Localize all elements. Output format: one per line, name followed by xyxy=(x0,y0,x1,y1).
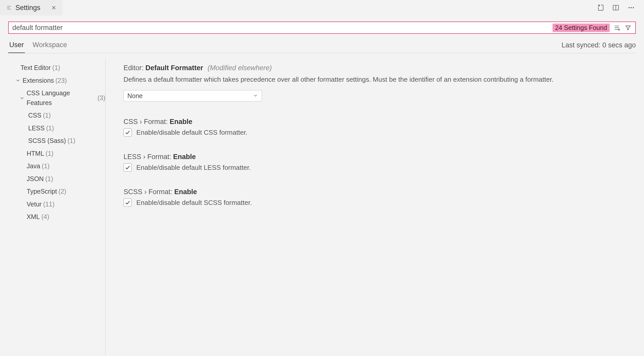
tab-bar-actions xyxy=(595,3,644,13)
setting-name: Default Formatter xyxy=(146,64,203,72)
css-format-enable-checkbox[interactable] xyxy=(124,128,132,137)
tree-xml[interactable]: XML (4) xyxy=(8,211,105,223)
tab-title: Settings xyxy=(15,4,40,12)
setting-name: Enable xyxy=(170,118,192,125)
tree-extensions[interactable]: Extensions (23) xyxy=(8,74,105,87)
tree-label: HTML xyxy=(27,149,44,159)
tree-count: (2) xyxy=(58,187,66,196)
tree-label: CSS xyxy=(28,111,41,120)
tree-text-editor[interactable]: Text Editor (1) xyxy=(8,61,105,74)
setting-title: LESS › Format: Enable xyxy=(124,153,626,161)
tree-label: CSS Language Features xyxy=(27,88,96,108)
tree-html[interactable]: HTML (1) xyxy=(8,147,105,160)
setting-scss-format-enable: SCSS › Format: Enable Enable/disable def… xyxy=(124,188,626,207)
checkbox-row: Enable/disable default LESS formatter. xyxy=(124,163,626,172)
tree-label: Extensions xyxy=(23,76,54,86)
scope-tabs: User Workspace xyxy=(8,41,68,53)
setting-description: Enable/disable default SCSS formatter. xyxy=(136,199,252,207)
tree-label: Text Editor xyxy=(21,63,51,73)
less-format-enable-checkbox[interactable] xyxy=(124,163,132,172)
tree-count: (1) xyxy=(42,161,50,171)
tree-count: (1) xyxy=(43,111,51,120)
svg-point-8 xyxy=(631,7,632,8)
scope-row: User Workspace Last synced: 0 secs ago xyxy=(8,41,636,53)
setting-modified-indicator: (Modified elsewhere) xyxy=(208,64,272,72)
search-row: 24 Settings Found xyxy=(8,22,636,34)
setting-css-format-enable: CSS › Format: Enable Enable/disable defa… xyxy=(124,118,626,137)
more-actions-icon[interactable] xyxy=(626,3,636,13)
settings-tree: Text Editor (1) Extensions (23) CSS Lang… xyxy=(8,59,106,356)
setting-name: Enable xyxy=(174,188,197,196)
tree-css[interactable]: CSS (1) xyxy=(8,109,105,122)
select-value: None xyxy=(127,92,143,100)
filter-icon[interactable] xyxy=(624,24,632,32)
tree-count: (1) xyxy=(46,123,54,133)
settings-content: Editor: Default Formatter (Modified else… xyxy=(106,59,636,356)
setting-description: Defines a default formatter which takes … xyxy=(124,75,626,85)
tab-bar-left: Settings xyxy=(0,0,63,15)
tree-count: (1) xyxy=(45,174,53,184)
tree-count: (1) xyxy=(67,136,75,146)
scope-tab-workspace[interactable]: Workspace xyxy=(32,41,68,53)
default-formatter-select[interactable]: None xyxy=(124,90,262,101)
tree-label: SCSS (Sass) xyxy=(28,136,66,146)
setting-scope: CSS › Format: xyxy=(124,118,170,125)
tree-label: Vetur xyxy=(27,200,42,209)
setting-scope: Editor: xyxy=(124,64,146,72)
scope-tab-user[interactable]: User xyxy=(8,41,25,53)
tree-typescript[interactable]: TypeScript (2) xyxy=(8,185,105,198)
tree-count: (1) xyxy=(46,149,54,159)
setting-description: Enable/disable default CSS formatter. xyxy=(136,129,248,137)
setting-less-format-enable: LESS › Format: Enable Enable/disable def… xyxy=(124,153,626,172)
setting-title: SCSS › Format: Enable xyxy=(124,188,626,196)
tree-count: (11) xyxy=(43,200,54,209)
search-box: 24 Settings Found xyxy=(8,22,636,34)
tree-css-lang-features[interactable]: CSS Language Features (3) xyxy=(8,87,105,109)
setting-title: CSS › Format: Enable xyxy=(124,118,626,126)
tree-vetur[interactable]: Vetur (11) xyxy=(8,198,105,211)
svg-point-7 xyxy=(629,7,630,8)
tab-bar: Settings xyxy=(0,0,644,15)
tree-count: (4) xyxy=(41,212,49,222)
tree-label: JSON xyxy=(27,174,44,184)
setting-description: Enable/disable default LESS formatter. xyxy=(136,164,251,172)
sync-status: Last synced: 0 secs ago xyxy=(561,41,636,53)
tree-scss[interactable]: SCSS (Sass) (1) xyxy=(8,134,105,147)
tree-count: (3) xyxy=(97,93,105,103)
checkbox-row: Enable/disable default SCSS formatter. xyxy=(124,198,626,207)
setting-scope: LESS › Format: xyxy=(124,153,173,161)
scss-format-enable-checkbox[interactable] xyxy=(124,198,132,207)
svg-point-9 xyxy=(633,7,634,8)
search-results-count: 24 Settings Found xyxy=(553,24,610,32)
setting-scope: SCSS › Format: xyxy=(124,188,174,196)
settings-body: Text Editor (1) Extensions (23) CSS Lang… xyxy=(8,59,636,356)
tree-json[interactable]: JSON (1) xyxy=(8,173,105,185)
open-settings-json-icon[interactable] xyxy=(595,3,606,13)
tree-less[interactable]: LESS (1) xyxy=(8,122,105,135)
setting-name: Enable xyxy=(173,153,196,161)
tree-count: (1) xyxy=(52,63,60,73)
search-input[interactable] xyxy=(9,22,553,33)
setting-editor-default-formatter: Editor: Default Formatter (Modified else… xyxy=(124,64,626,101)
clear-search-icon[interactable] xyxy=(613,24,621,32)
tree-label: Java xyxy=(27,161,40,171)
chevron-down-icon xyxy=(253,92,258,100)
settings-preview-icon xyxy=(6,5,12,11)
checkbox-row: Enable/disable default CSS formatter. xyxy=(124,128,626,137)
split-editor-icon[interactable] xyxy=(611,3,621,13)
chevron-down-icon xyxy=(19,96,25,101)
tree-count: (23) xyxy=(55,76,67,86)
tree-label: XML xyxy=(27,212,40,222)
tree-java[interactable]: Java (1) xyxy=(8,160,105,173)
tree-label: TypeScript xyxy=(27,187,57,196)
close-icon[interactable] xyxy=(51,5,56,10)
tree-label: LESS xyxy=(28,123,45,133)
setting-title: Editor: Default Formatter (Modified else… xyxy=(124,64,626,72)
search-actions xyxy=(613,24,635,32)
chevron-down-icon xyxy=(15,78,21,83)
tab-settings[interactable]: Settings xyxy=(0,0,63,15)
